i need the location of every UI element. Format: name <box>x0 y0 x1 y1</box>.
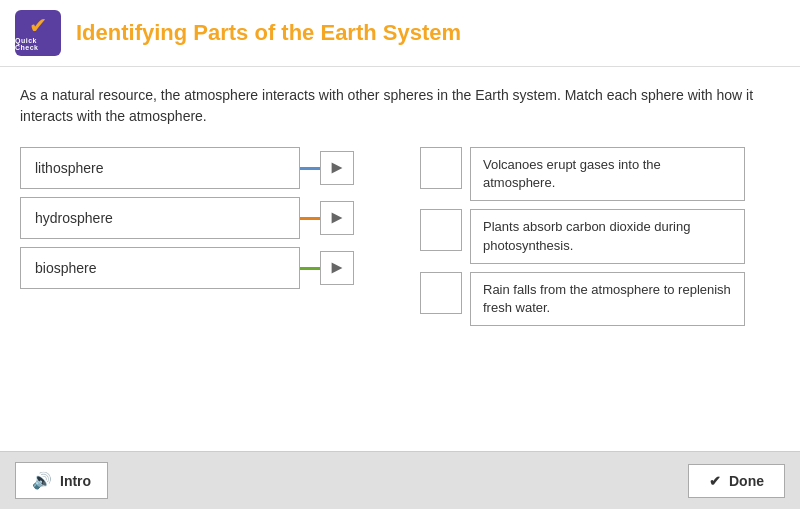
source-box-biosphere: biosphere <box>20 247 300 289</box>
header: ✔ Quick Check Identifying Parts of the E… <box>0 0 800 67</box>
arrow-button-hydrosphere[interactable] <box>320 201 354 235</box>
right-column: Volcanoes erupt gases into the atmospher… <box>420 147 750 326</box>
connector-biosphere <box>300 267 320 270</box>
arrow-icon-lithosphere <box>328 159 346 177</box>
connector-hydrosphere <box>300 217 320 220</box>
source-box-lithosphere: lithosphere <box>20 147 300 189</box>
arrow-icon-biosphere <box>328 259 346 277</box>
target-item-3: Rain falls from the atmosphere to replen… <box>420 272 750 326</box>
logo-checkmark: ✔ <box>29 15 47 37</box>
arrow-button-lithosphere[interactable] <box>320 151 354 185</box>
svg-marker-2 <box>332 263 343 274</box>
matching-area: lithosphere hydrosphere <box>20 147 780 326</box>
instructions-text: As a natural resource, the atmosphere in… <box>20 85 780 127</box>
arrow-button-biosphere[interactable] <box>320 251 354 285</box>
drop-box-1[interactable] <box>420 147 462 189</box>
source-label-lithosphere: lithosphere <box>35 160 104 176</box>
page-title: Identifying Parts of the Earth System <box>76 20 461 46</box>
connector-lithosphere <box>300 167 320 170</box>
source-box-hydrosphere: hydrosphere <box>20 197 300 239</box>
source-item-hydrosphere: hydrosphere <box>20 197 360 239</box>
target-text-1: Volcanoes erupt gases into the atmospher… <box>470 147 745 201</box>
source-label-hydrosphere: hydrosphere <box>35 210 113 226</box>
svg-marker-1 <box>332 213 343 224</box>
intro-button[interactable]: 🔊 Intro <box>15 462 108 499</box>
source-label-biosphere: biosphere <box>35 260 97 276</box>
target-text-2: Plants absorb carbon dioxide during phot… <box>470 209 745 263</box>
drop-box-3[interactable] <box>420 272 462 314</box>
left-column: lithosphere hydrosphere <box>20 147 360 289</box>
arrow-icon-hydrosphere <box>328 209 346 227</box>
done-checkmark-icon: ✔ <box>709 473 721 489</box>
main-content: As a natural resource, the atmosphere in… <box>0 67 800 451</box>
intro-label: Intro <box>60 473 91 489</box>
source-item-biosphere: biosphere <box>20 247 360 289</box>
target-item-2: Plants absorb carbon dioxide during phot… <box>420 209 750 263</box>
logo-text: Quick Check <box>15 37 61 51</box>
target-text-3: Rain falls from the atmosphere to replen… <box>470 272 745 326</box>
done-button[interactable]: ✔ Done <box>688 464 785 498</box>
source-item-lithosphere: lithosphere <box>20 147 360 189</box>
footer: 🔊 Intro ✔ Done <box>0 451 800 509</box>
svg-marker-0 <box>332 163 343 174</box>
target-item-1: Volcanoes erupt gases into the atmospher… <box>420 147 750 201</box>
logo: ✔ Quick Check <box>15 10 61 56</box>
done-label: Done <box>729 473 764 489</box>
drop-box-2[interactable] <box>420 209 462 251</box>
speaker-icon: 🔊 <box>32 471 52 490</box>
